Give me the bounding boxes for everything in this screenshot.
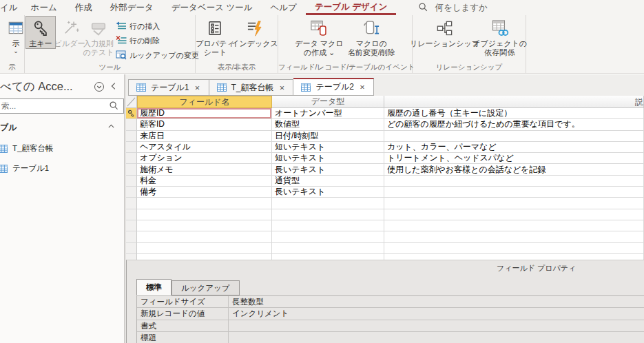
description-cell[interactable]: カット、カラー、パーマなど <box>384 142 644 153</box>
data-type-cell[interactable]: 長いテキスト <box>272 187 384 198</box>
row-selector[interactable] <box>126 108 137 119</box>
field-name-cell[interactable]: 料金 <box>137 176 272 187</box>
property-label[interactable]: 新規レコードの値 <box>137 308 229 319</box>
field-name-cell[interactable]: 履歴ID <box>137 108 272 119</box>
field-name-cell[interactable]: 施術メモ <box>137 164 272 175</box>
data-type-cell[interactable] <box>272 254 384 260</box>
description-cell[interactable] <box>384 220 644 231</box>
row-selector[interactable] <box>126 187 137 198</box>
data-type-cell[interactable] <box>272 220 384 231</box>
data-type-cell[interactable]: オートナンバー型 <box>272 108 384 119</box>
row-selector[interactable] <box>126 220 137 231</box>
description-cell[interactable] <box>384 209 644 220</box>
tab-external-data[interactable]: 外部データ <box>101 0 163 15</box>
data-type-cell[interactable]: 短いテキスト <box>272 153 384 164</box>
data-type-cell[interactable] <box>272 209 384 220</box>
chevron-up-icon[interactable] <box>107 122 118 133</box>
field-name-cell[interactable] <box>137 198 272 209</box>
tab-help[interactable]: ヘルプ <box>262 0 306 15</box>
tab-file[interactable]: イル <box>0 0 22 15</box>
modify-lookups-button[interactable]: ルックアップの変更 <box>113 48 202 62</box>
description-cell[interactable] <box>384 176 644 187</box>
field-name-cell[interactable]: 顧客ID <box>137 119 272 130</box>
field-name-cell[interactable] <box>137 254 272 260</box>
field-name-cell[interactable] <box>137 220 272 231</box>
description-cell[interactable]: 履歴の通し番号（主キーに設定） <box>384 108 644 119</box>
field-name-cell[interactable] <box>137 209 272 220</box>
row-selector[interactable] <box>126 164 137 175</box>
property-label[interactable]: フィールドサイズ <box>137 296 229 307</box>
row-selector[interactable] <box>126 142 137 153</box>
object-dependencies-button[interactable]: オブジェクトの 依存関係 <box>475 17 524 57</box>
document-tab[interactable]: テーブル2 ✕ <box>293 78 374 96</box>
test-validation-rules-button[interactable]: 入力規則 のテスト <box>84 17 113 57</box>
data-type-cell[interactable] <box>272 243 384 254</box>
property-sheet-button[interactable]: プロパティ シート <box>197 17 233 57</box>
row-selector[interactable] <box>126 254 137 260</box>
select-all-corner[interactable] <box>126 96 137 108</box>
property-value[interactable]: 長整数型 <box>229 296 644 307</box>
tab-database-tools[interactable]: データベース ツール <box>163 0 262 15</box>
close-icon[interactable]: ✕ <box>194 84 201 92</box>
close-icon[interactable]: ✕ <box>279 84 286 92</box>
builder-button[interactable]: ビルダー <box>55 17 84 48</box>
field-name-cell[interactable] <box>137 243 272 254</box>
property-label[interactable]: 書式 <box>137 320 229 331</box>
description-cell[interactable]: トリートメント、ヘッドスパなど <box>384 153 644 164</box>
data-type-cell[interactable]: 短いテキスト <box>272 142 384 153</box>
data-type-cell[interactable]: 日付/時刻型 <box>272 131 384 142</box>
property-tab-standard[interactable]: 標準 <box>136 279 172 295</box>
description-cell[interactable]: 使用した薬剤やお客様との会話などを記録 <box>384 164 644 175</box>
tell-me-search[interactable]: 何をしますか <box>414 2 487 14</box>
nav-menu-dropdown-icon[interactable] <box>94 81 105 92</box>
data-type-cell[interactable] <box>272 198 384 209</box>
document-tab[interactable]: T_顧客台帳 ✕ <box>209 79 294 96</box>
relationships-button[interactable]: リレーションシップ <box>414 17 475 48</box>
indexes-button[interactable]: インデックス <box>233 17 276 48</box>
close-icon[interactable]: ✕ <box>359 83 366 91</box>
tab-table-design[interactable]: テーブル デザイン <box>306 0 397 15</box>
description-cell[interactable] <box>384 254 644 260</box>
nav-search-input[interactable]: 索... <box>0 98 124 114</box>
tab-home[interactable]: ホーム <box>22 0 66 15</box>
shutter-bar-collapse-icon[interactable] <box>109 81 120 92</box>
row-selector[interactable] <box>126 131 137 142</box>
property-value[interactable]: インクリメント <box>229 308 644 319</box>
data-type-cell[interactable]: 通貨型 <box>272 176 384 187</box>
tab-create[interactable]: 作成 <box>66 0 101 15</box>
description-cell[interactable]: どの顧客の履歴か紐づけるための重要な項目です。 <box>384 119 644 130</box>
row-selector[interactable] <box>126 209 137 220</box>
row-selector[interactable] <box>126 153 137 164</box>
property-tab-lookup[interactable]: ルックアップ <box>172 280 240 295</box>
nav-item-table[interactable]: テーブル1 <box>0 158 124 178</box>
row-selector[interactable] <box>126 176 137 187</box>
property-value[interactable] <box>229 320 644 331</box>
row-selector[interactable] <box>126 231 137 242</box>
field-name-cell[interactable]: オプション <box>137 153 272 164</box>
nav-item-table[interactable]: T_顧客台帳 <box>0 138 124 158</box>
data-type-cell[interactable]: 数値型 <box>272 119 384 130</box>
delete-rows-button[interactable]: 行の削除 <box>113 34 202 48</box>
description-cell[interactable] <box>384 198 644 209</box>
row-selector[interactable] <box>126 243 137 254</box>
field-name-cell[interactable]: 来店日 <box>137 131 272 142</box>
row-selector[interactable] <box>126 119 137 130</box>
field-name-cell[interactable]: ヘアスタイル <box>137 142 272 153</box>
document-tab[interactable]: テーブル1 ✕ <box>128 79 209 96</box>
create-data-macros-button[interactable]: データ マクロ の作成 ⌄ <box>293 17 345 57</box>
field-name-cell[interactable] <box>137 231 272 242</box>
data-type-cell[interactable] <box>272 231 384 242</box>
description-cell[interactable] <box>384 187 644 198</box>
data-type-cell[interactable]: 長いテキスト <box>272 164 384 175</box>
insert-rows-button[interactable]: 行の挿入 <box>113 19 202 33</box>
search-icon[interactable] <box>109 101 120 112</box>
property-value[interactable] <box>229 332 644 343</box>
field-name-cell[interactable]: 備考 <box>137 187 272 198</box>
description-cell[interactable] <box>384 131 644 142</box>
description-cell[interactable] <box>384 243 644 254</box>
row-selector[interactable] <box>126 198 137 209</box>
property-label[interactable]: 標題 <box>137 332 229 343</box>
nav-section-tables[interactable]: ブル <box>0 121 124 134</box>
rename-delete-macro-button[interactable]: マクロの 名前変更/削除 <box>346 17 397 57</box>
primary-key-button[interactable]: 主キー <box>26 17 55 48</box>
